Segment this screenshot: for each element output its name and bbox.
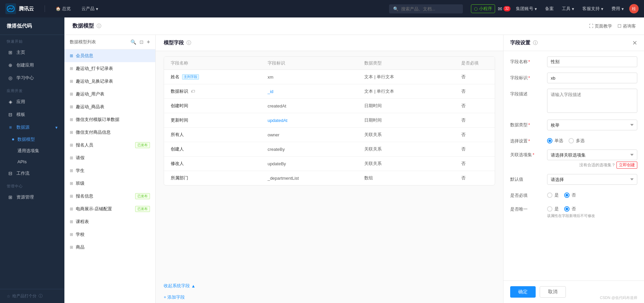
model-list-item[interactable]: ⊞会员信息 [64,49,155,62]
mini-program-btn[interactable]: ⬡ 小程序 [471,4,495,13]
model-list-item[interactable]: ⊞微信支付商品信息 [64,126,155,139]
sidebar-item-templates[interactable]: ⊟ 模板 [0,108,64,121]
logo-text: 腾讯云 [19,6,34,12]
search-models-icon[interactable]: 🔍 [130,39,136,45]
confirm-btn[interactable]: 确定 [510,286,536,298]
close-field-settings-btn[interactable]: ✕ [632,40,637,46]
cancel-btn[interactable]: 取消 [540,286,566,298]
model-list-item[interactable]: ⊞班级 [64,177,155,190]
linked-option-select[interactable]: 请选择关联选项集 [547,149,637,160]
field-id-input[interactable] [547,73,637,83]
model-list-item[interactable]: ⊞报名信息已发布 [64,190,155,203]
datasource-icon: ≡ [8,125,13,130]
select-setting-control: 单选 多选 [547,136,637,144]
copy-model-icon[interactable]: ⊡ [140,39,144,45]
user-avatar[interactable]: 桂 [629,4,639,13]
field-desc-textarea[interactable] [547,89,637,113]
fields-info-icon[interactable]: ⓘ [186,40,191,46]
sidebar-subitem-data-model[interactable]: 数据模型 [0,134,64,145]
sidebar-item-label: 创建应用 [16,62,34,68]
model-list-item[interactable]: ⊞课程表 [64,215,155,228]
field-type-cell: 文本 | 单行文本 [364,88,461,94]
default-value-select[interactable]: 请选择 [547,174,637,185]
model-list-item[interactable]: ⊞学生 [64,164,155,177]
data-type-select[interactable]: 枚举 [547,120,637,130]
page-teach-btn[interactable]: ⛶ 页面教学 [589,23,612,29]
field-settings-info-icon[interactable]: ⓘ [533,40,538,46]
single-select-radio[interactable]: 单选 [547,138,563,144]
model-list-item[interactable]: ⊞趣运动_打卡记录表 [64,62,155,75]
model-list-item[interactable]: ⊞电商展示-店铺配置已发布 [64,203,155,215]
table-row[interactable]: 所有人 owner 关联关系 否 [164,128,495,142]
is-required-control: 是 否 [547,190,637,198]
table-icon: ⊞ [70,194,73,199]
filing-btn[interactable]: 备案 [542,4,556,13]
col-id: 字段标识 [268,60,365,66]
add-field-btn[interactable]: + 添加字段 [156,292,503,303]
required-no-radio[interactable]: 否 [564,192,576,198]
collapse-system-fields-btn[interactable]: 收起系统字段 ▲ [164,283,495,289]
customer-service-btn[interactable]: 客服支持 ▾ [580,4,606,13]
table-row[interactable]: 数据标识🏷 _id 文本 | 单行文本 否 [164,84,495,99]
table-row[interactable]: 姓名主列字段 xm 文本 | 单行文本 否 [164,70,495,84]
unique-no-radio[interactable]: 否 [564,206,576,212]
table-icon: ⊞ [70,66,73,71]
table-icon: ⊞ [70,232,73,237]
table-row[interactable]: 创建人 createBy 关联关系 否 [164,142,495,157]
sidebar-item-home[interactable]: ⊞ 主页 [0,46,64,59]
sidebar-item-workflow[interactable]: ⊟ 工作流 [0,167,64,180]
multi-select-radio[interactable]: 多选 [569,138,585,144]
group-account-btn[interactable]: 集团账号 ▾ [513,4,540,13]
model-name: 报名人员 [76,142,93,148]
sidebar-subitem-apis[interactable]: APIs [0,157,64,167]
field-name-input[interactable] [547,56,637,67]
model-name: 趣运动_打卡记录表 [76,66,113,72]
message-btn[interactable]: ✉ 32 [498,6,511,12]
consult-btn[interactable]: ☐ 咨询客 [618,23,636,29]
cost-btn[interactable]: 费用 ▾ [609,4,627,13]
sidebar-item-datasource[interactable]: ≡ 数据源 ▾ [0,121,64,134]
sidebar-item-learn[interactable]: ◎ 学习中心 [0,72,64,84]
sidebar-item-apps[interactable]: ◈ 应用 [0,95,64,108]
main-container: 微搭低代码 快速开始 ⊞ 主页 ⊕ 创建应用 ◎ 学习中心 应用开发 ◈ 应用 … [0,17,644,303]
field-name-cell: 所属部门 [171,175,268,181]
is-required-row: 是否必填 是 否 [510,190,637,199]
create-option-set-link[interactable]: 立即创建 [616,162,637,169]
required-yes-radio[interactable]: 是 [547,192,559,198]
sidebar-item-label: 主页 [16,49,25,55]
tools-btn[interactable]: 工具 ▾ [559,4,577,13]
model-list-item[interactable]: ⊞趣运动_兑换记录表 [64,75,155,88]
sidebar-item-create-app[interactable]: ⊕ 创建应用 [0,59,64,72]
nav-cloud-products[interactable]: 云产品 ▾ [79,4,101,13]
sidebar-item-resource[interactable]: ⊞ 资源管理 [0,191,64,204]
model-list-item[interactable]: ⊞学校 [64,228,155,241]
table-icon: ⊞ [70,168,73,173]
select-setting-row: 选择设置* 单选 多选 [510,136,637,144]
table-row[interactable]: 创建时间 createdAt 日期时间 否 [164,99,495,113]
model-list-item[interactable]: ⊞商品 [64,241,155,254]
search-input[interactable] [401,6,459,11]
feedback-btn[interactable]: ☆ 给产品打个分 ⓘ [0,289,64,303]
nav-overview[interactable]: 🏠 总览 [53,4,73,13]
model-list-item[interactable]: ⊞微信支付模版订单数据 [64,113,155,126]
logo[interactable]: 腾讯云 [5,3,34,14]
field-type-cell: 日期时间 [364,117,461,123]
watermark: CSDN @低代码布道师 [600,295,637,300]
model-name: 商品 [76,244,85,250]
sidebar-item-label: 学习中心 [16,75,34,81]
page-title-info-icon[interactable]: ⓘ [97,23,101,29]
field-required-cell: 否 [461,175,488,181]
table-row[interactable]: 修改人 updateBy 关联关系 否 [164,157,495,171]
unique-yes-radio[interactable]: 是 [547,206,559,212]
field-id-cell: _id [268,89,365,94]
sidebar-subitem-option-set[interactable]: 通用选项集 [0,145,64,157]
model-list-item[interactable]: ⊞请假 [64,152,155,164]
add-model-icon[interactable]: + [147,39,150,45]
model-list-item[interactable]: ⊞趣运动_用户表 [64,88,155,100]
model-list-item[interactable]: ⊞报名人员已发布 [64,139,155,152]
model-list-item[interactable]: ⊞趣运动_商品表 [64,100,155,113]
required-yes-dot [547,192,552,198]
content-area: 数据模型 ⓘ ⛶ 页面教学 ☐ 咨询客 数据模型列表 [64,17,644,303]
table-row[interactable]: 所属部门 _departmentList 数组 否 [164,171,495,185]
table-row[interactable]: 更新时间 updatedAt 日期时间 否 [164,113,495,128]
